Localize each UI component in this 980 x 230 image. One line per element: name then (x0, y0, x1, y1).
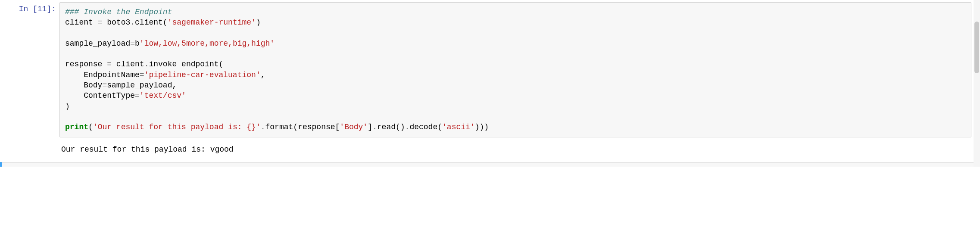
code-input[interactable]: ### Invoke the Endpoint client = boto3.c… (59, 2, 971, 137)
code-comment: ### Invoke the Endpoint (65, 8, 172, 16)
prompt-label: In [11]: (19, 5, 56, 13)
code-output: Our result for this payload is: vgood (56, 142, 971, 157)
output-cell: Our result for this payload is: vgood (0, 140, 980, 159)
scrollbar-thumb[interactable] (974, 22, 979, 73)
scrollbar-track[interactable] (974, 0, 980, 167)
next-cell-edge[interactable] (0, 162, 980, 167)
code-cell: In [11]: ### Invoke the Endpoint client … (0, 0, 980, 140)
input-prompt: In [11]: (0, 2, 59, 13)
